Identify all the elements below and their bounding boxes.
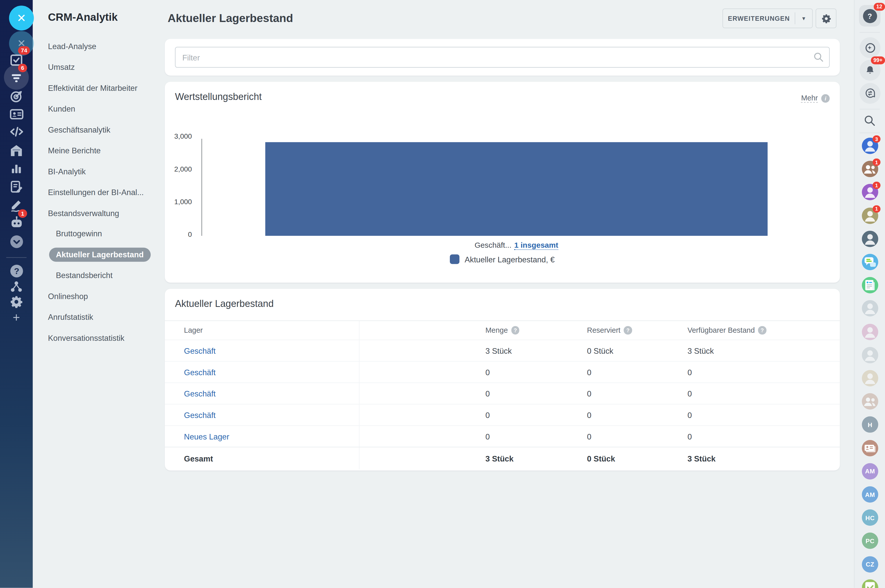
- group-duo-avatar[interactable]: [862, 393, 878, 410]
- menu-title: CRM-Analytik: [48, 11, 118, 24]
- crm-funnel-icon[interactable]: 6: [0, 68, 33, 86]
- news-avatar[interactable]: [862, 277, 878, 294]
- sidebar-item-label: Bruttogewinn: [56, 229, 102, 238]
- table-row: Geschäft3 Stück0 Stück3 Stück: [165, 339, 840, 361]
- total-cell: 3 Stück: [688, 447, 840, 470]
- sidebar-item-label: Effektivität der Mitarbeiter: [48, 84, 137, 93]
- warehouse-link[interactable]: Geschäft: [184, 389, 216, 398]
- copilot-button[interactable]: [860, 37, 880, 58]
- help-button[interactable]: ? 12: [859, 5, 880, 27]
- warehouse-link[interactable]: Geschäft: [184, 410, 216, 420]
- more-link[interactable]: Mehr: [801, 94, 818, 103]
- value-label: 3 Stück: [485, 346, 512, 355]
- sidebar-item-label: Anrufstatistik: [48, 312, 93, 322]
- sidebar-item-lead-analyse[interactable]: Lead-Analyse: [33, 36, 165, 57]
- settings-gear-button[interactable]: [816, 8, 836, 28]
- sidebar-item-bestandsbericht[interactable]: Bestandsbericht: [33, 265, 165, 286]
- sign-doc-avatar[interactable]: [862, 579, 878, 588]
- column-help-icon[interactable]: ?: [624, 326, 632, 334]
- initials-avatar[interactable]: H: [862, 417, 878, 433]
- column-help-icon[interactable]: ?: [758, 326, 766, 334]
- badge: 6: [18, 64, 27, 72]
- info-icon[interactable]: i: [821, 94, 829, 102]
- search-icon[interactable]: [863, 114, 876, 129]
- warehouse-link[interactable]: Geschäft: [184, 368, 216, 377]
- sidebar-item-bi-analytik[interactable]: BI-Analytik: [33, 161, 165, 182]
- notifications-button[interactable]: 99+: [860, 60, 880, 81]
- sidebar-item-effektivit-t-der-mitarbeiter[interactable]: Effektivität der Mitarbeiter: [33, 78, 165, 98]
- sidebar-item-bestandsverwaltung[interactable]: Bestandsverwaltung: [33, 202, 165, 224]
- initials-avatar[interactable]: CZ: [862, 556, 878, 572]
- sidebar-item-onlineshop[interactable]: Onlineshop: [33, 286, 165, 307]
- column-help-icon[interactable]: ?: [511, 326, 519, 334]
- chat-bubbles-avatar[interactable]: [862, 254, 878, 270]
- initials-avatar[interactable]: AM: [862, 463, 878, 480]
- total-deals-link[interactable]: 1 insgesamt: [514, 241, 558, 250]
- extensions-button[interactable]: ERWEITERUNGEN ▼: [723, 8, 813, 28]
- initials-avatar[interactable]: HC: [862, 510, 878, 526]
- close-menu-button[interactable]: ✕: [9, 6, 34, 30]
- value-cell: 0: [688, 426, 840, 447]
- value-label: 0: [688, 389, 692, 398]
- filter-card: [165, 39, 840, 76]
- divider: [860, 32, 880, 33]
- sidebar-item-aktueller-lagerbestand[interactable]: Aktueller Lagerbestand: [33, 244, 165, 265]
- value-cell: 0: [359, 383, 587, 404]
- sidebar-item-einstellungen-der-bi-anal[interactable]: Einstellungen der BI-Anal...: [33, 182, 165, 202]
- value-cell: 0 Stück: [587, 340, 688, 361]
- sidebar-item-konversationsstatistik[interactable]: Konversationsstatistik: [33, 327, 165, 348]
- search-icon[interactable]: [813, 51, 824, 65]
- sidebar-item-label: Meine Berichte: [48, 146, 101, 155]
- column-header: Lager: [165, 321, 359, 340]
- documents-icon[interactable]: [0, 178, 33, 196]
- user-photo-avatar[interactable]: [862, 347, 878, 363]
- value-label: 3 Stück: [688, 346, 714, 355]
- chart-legend: Aktueller Lagerbestand, €: [165, 255, 840, 264]
- sidebar-item-kunden[interactable]: Kunden: [33, 98, 165, 119]
- warehouse-link[interactable]: Neues Lager: [184, 432, 229, 441]
- user-photo-avatar[interactable]: [862, 324, 878, 340]
- value-cell: 0: [587, 383, 688, 404]
- filter-input[interactable]: [175, 47, 829, 68]
- stock-value-bar[interactable]: [265, 142, 768, 236]
- value-cell: 3 Stück: [688, 340, 840, 361]
- extensions-button-label: ERWEITERUNGEN: [723, 15, 795, 22]
- sign-pencil-icon[interactable]: [0, 196, 33, 214]
- sidebar-item-label: Onlineshop: [48, 292, 88, 301]
- user-photo-avatar[interactable]: [862, 300, 878, 317]
- total-label: Gesamt: [184, 454, 213, 463]
- column-header: Reserviert?: [587, 321, 688, 340]
- avatar-initials: H: [868, 421, 872, 428]
- sidebar-item-gesch-ftsanalytik[interactable]: Geschäftsanalytik: [33, 119, 165, 140]
- chevron-down-icon[interactable]: ▼: [795, 15, 812, 21]
- table-row: Neues Lager000: [165, 425, 840, 447]
- add-plus-icon[interactable]: +: [0, 309, 33, 327]
- copilot-robot-icon[interactable]: 1: [0, 214, 33, 232]
- total-label: 0 Stück: [587, 454, 615, 463]
- contact-card-avatar[interactable]: [862, 440, 878, 456]
- contacts-card-icon[interactable]: [0, 105, 33, 123]
- value-label: 0: [587, 368, 591, 377]
- group-photo-avatar[interactable]: [862, 231, 878, 247]
- more-chevron-icon[interactable]: [0, 232, 33, 250]
- analytics-chart-icon[interactable]: [0, 160, 33, 178]
- store-icon[interactable]: [0, 142, 33, 160]
- user-photo-avatar[interactable]: [862, 370, 878, 387]
- avatar-initials: AM: [865, 491, 875, 498]
- initials-avatar[interactable]: AM: [862, 486, 878, 503]
- messenger-button[interactable]: [860, 83, 880, 104]
- warehouse-link[interactable]: Geschäft: [184, 346, 216, 355]
- sidebar-item-meine-berichte[interactable]: Meine Berichte: [33, 140, 165, 161]
- sidebar-item-umsatz[interactable]: Umsatz: [33, 57, 165, 78]
- settings-gear-icon[interactable]: [0, 293, 33, 311]
- help-icon[interactable]: ?: [0, 262, 33, 280]
- sidebar-item-anrufstatistik[interactable]: Anrufstatistik: [33, 307, 165, 327]
- sites-code-icon[interactable]: [0, 123, 33, 140]
- initials-avatar[interactable]: PC: [862, 533, 878, 549]
- marketing-target-icon[interactable]: [0, 87, 33, 105]
- warehouse-cell: Geschäft: [165, 340, 359, 361]
- value-label: 0: [688, 432, 692, 441]
- y-axis-tick: 0: [165, 231, 192, 238]
- avatar-initials: CZ: [866, 561, 874, 567]
- sidebar-item-bruttogewinn[interactable]: Bruttogewinn: [33, 224, 165, 244]
